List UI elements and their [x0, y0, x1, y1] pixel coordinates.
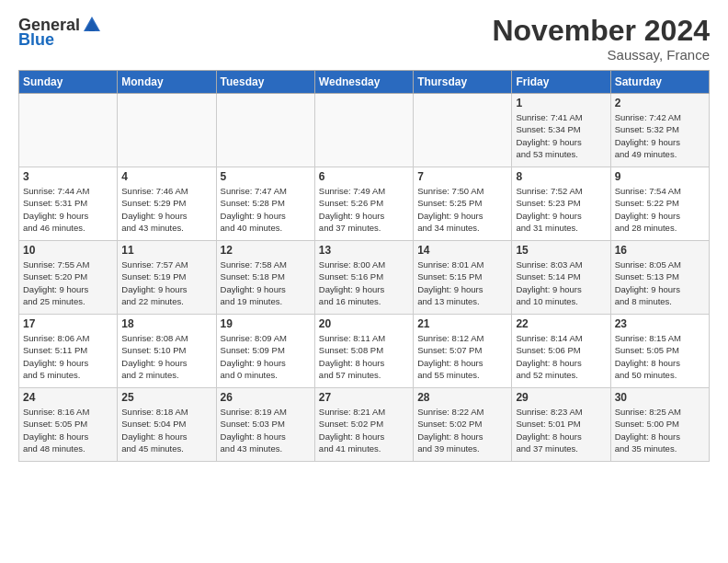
day-info: Sunrise: 8:12 AMSunset: 5:07 PMDaylight:…	[417, 332, 507, 381]
logo-blue: Blue	[18, 31, 54, 48]
calendar-cell: 24Sunrise: 8:16 AMSunset: 5:05 PMDayligh…	[19, 388, 118, 462]
day-number: 4	[121, 170, 211, 183]
day-number: 25	[121, 391, 211, 404]
day-info: Sunrise: 8:11 AMSunset: 5:08 PMDaylight:…	[319, 332, 409, 381]
calendar-cell: 20Sunrise: 8:11 AMSunset: 5:08 PMDayligh…	[314, 315, 413, 388]
calendar-cell: 6Sunrise: 7:49 AMSunset: 5:26 PMDaylight…	[314, 167, 413, 241]
day-info: Sunrise: 8:22 AMSunset: 5:02 PMDaylight:…	[417, 406, 507, 454]
day-number: 1	[516, 97, 606, 109]
calendar-cell: 15Sunrise: 8:03 AMSunset: 5:14 PMDayligh…	[512, 241, 610, 315]
day-number: 18	[121, 317, 211, 330]
day-number: 2	[615, 97, 705, 109]
day-info: Sunrise: 8:01 AMSunset: 5:15 PMDaylight:…	[417, 259, 507, 307]
day-info: Sunrise: 7:47 AMSunset: 5:28 PMDaylight:…	[221, 185, 311, 234]
day-number: 21	[417, 317, 507, 330]
calendar-cell: 13Sunrise: 8:00 AMSunset: 5:16 PMDayligh…	[314, 241, 413, 315]
calendar-cell: 9Sunrise: 7:54 AMSunset: 5:22 PMDaylight…	[610, 167, 709, 241]
day-info: Sunrise: 8:18 AMSunset: 5:04 PMDaylight:…	[121, 406, 211, 454]
day-number: 7	[417, 170, 507, 183]
day-info: Sunrise: 8:25 AMSunset: 5:00 PMDaylight:…	[615, 406, 705, 454]
day-info: Sunrise: 7:44 AMSunset: 5:31 PMDaylight:…	[23, 185, 113, 234]
day-number: 17	[23, 317, 113, 330]
calendar-cell	[314, 94, 413, 167]
day-info: Sunrise: 8:16 AMSunset: 5:05 PMDaylight:…	[23, 406, 113, 454]
day-number: 9	[615, 170, 705, 183]
day-info: Sunrise: 7:49 AMSunset: 5:26 PMDaylight:…	[319, 185, 409, 234]
calendar-cell: 4Sunrise: 7:46 AMSunset: 5:29 PMDaylight…	[118, 167, 216, 241]
calendar-cell	[216, 94, 314, 167]
day-info: Sunrise: 8:23 AMSunset: 5:01 PMDaylight:…	[516, 406, 606, 454]
day-info: Sunrise: 8:06 AMSunset: 5:11 PMDaylight:…	[23, 332, 113, 381]
day-info: Sunrise: 7:52 AMSunset: 5:23 PMDaylight:…	[516, 185, 606, 234]
day-number: 28	[417, 391, 507, 404]
calendar-cell: 5Sunrise: 7:47 AMSunset: 5:28 PMDaylight…	[216, 167, 314, 241]
day-info: Sunrise: 8:15 AMSunset: 5:05 PMDaylight:…	[615, 332, 705, 381]
calendar-cell: 14Sunrise: 8:01 AMSunset: 5:15 PMDayligh…	[414, 241, 512, 315]
day-info: Sunrise: 8:03 AMSunset: 5:14 PMDaylight:…	[516, 259, 606, 307]
calendar-table: Sunday Monday Tuesday Wednesday Thursday…	[18, 70, 710, 462]
logo: General Blue	[18, 15, 102, 48]
day-info: Sunrise: 7:50 AMSunset: 5:25 PMDaylight:…	[417, 185, 507, 234]
calendar-cell: 27Sunrise: 8:21 AMSunset: 5:02 PMDayligh…	[314, 388, 413, 462]
location-subtitle: Saussay, France	[492, 47, 710, 63]
calendar-cell: 2Sunrise: 7:42 AMSunset: 5:32 PMDaylight…	[610, 94, 709, 167]
day-number: 23	[615, 317, 705, 330]
col-tuesday: Tuesday	[216, 71, 314, 94]
col-wednesday: Wednesday	[314, 71, 413, 94]
day-number: 16	[615, 244, 705, 257]
svg-rect-2	[89, 26, 95, 31]
calendar-week-3: 10Sunrise: 7:55 AMSunset: 5:20 PMDayligh…	[19, 241, 710, 315]
calendar-cell: 10Sunrise: 7:55 AMSunset: 5:20 PMDayligh…	[19, 241, 118, 315]
calendar-cell: 3Sunrise: 7:44 AMSunset: 5:31 PMDaylight…	[19, 167, 118, 241]
calendar-week-2: 3Sunrise: 7:44 AMSunset: 5:31 PMDaylight…	[19, 167, 710, 241]
day-number: 10	[23, 244, 113, 257]
calendar-cell: 17Sunrise: 8:06 AMSunset: 5:11 PMDayligh…	[19, 315, 118, 388]
day-number: 3	[23, 170, 113, 183]
day-number: 30	[615, 391, 705, 404]
day-info: Sunrise: 7:57 AMSunset: 5:19 PMDaylight:…	[121, 259, 211, 307]
calendar-week-5: 24Sunrise: 8:16 AMSunset: 5:05 PMDayligh…	[19, 388, 710, 462]
calendar-cell: 23Sunrise: 8:15 AMSunset: 5:05 PMDayligh…	[610, 315, 709, 388]
day-number: 20	[319, 317, 409, 330]
day-info: Sunrise: 7:55 AMSunset: 5:20 PMDaylight:…	[23, 259, 113, 307]
calendar-cell: 19Sunrise: 8:09 AMSunset: 5:09 PMDayligh…	[216, 315, 314, 388]
day-number: 26	[221, 391, 311, 404]
calendar-cell: 30Sunrise: 8:25 AMSunset: 5:00 PMDayligh…	[610, 388, 709, 462]
header-row: Sunday Monday Tuesday Wednesday Thursday…	[19, 71, 710, 94]
day-number: 13	[319, 244, 409, 257]
calendar-cell	[118, 94, 216, 167]
day-number: 14	[417, 244, 507, 257]
calendar-cell: 26Sunrise: 8:19 AMSunset: 5:03 PMDayligh…	[216, 388, 314, 462]
day-info: Sunrise: 7:54 AMSunset: 5:22 PMDaylight:…	[615, 185, 705, 234]
calendar-cell: 29Sunrise: 8:23 AMSunset: 5:01 PMDayligh…	[512, 388, 610, 462]
day-number: 15	[516, 244, 606, 257]
day-number: 27	[319, 391, 409, 404]
day-info: Sunrise: 8:21 AMSunset: 5:02 PMDaylight:…	[319, 406, 409, 454]
day-info: Sunrise: 7:58 AMSunset: 5:18 PMDaylight:…	[221, 259, 311, 307]
calendar-cell: 28Sunrise: 8:22 AMSunset: 5:02 PMDayligh…	[414, 388, 512, 462]
calendar-cell: 7Sunrise: 7:50 AMSunset: 5:25 PMDaylight…	[414, 167, 512, 241]
day-number: 22	[516, 317, 606, 330]
day-number: 6	[319, 170, 409, 183]
day-info: Sunrise: 8:09 AMSunset: 5:09 PMDaylight:…	[221, 332, 311, 381]
calendar-cell: 16Sunrise: 8:05 AMSunset: 5:13 PMDayligh…	[610, 241, 709, 315]
calendar-cell: 25Sunrise: 8:18 AMSunset: 5:04 PMDayligh…	[118, 388, 216, 462]
calendar-week-4: 17Sunrise: 8:06 AMSunset: 5:11 PMDayligh…	[19, 315, 710, 388]
day-info: Sunrise: 8:05 AMSunset: 5:13 PMDaylight:…	[615, 259, 705, 307]
day-number: 8	[516, 170, 606, 183]
calendar-cell: 12Sunrise: 7:58 AMSunset: 5:18 PMDayligh…	[216, 241, 314, 315]
day-info: Sunrise: 8:00 AMSunset: 5:16 PMDaylight:…	[319, 259, 409, 307]
day-info: Sunrise: 7:46 AMSunset: 5:29 PMDaylight:…	[121, 185, 211, 234]
day-number: 11	[121, 244, 211, 257]
col-monday: Monday	[118, 71, 216, 94]
day-number: 12	[221, 244, 311, 257]
calendar-cell: 18Sunrise: 8:08 AMSunset: 5:10 PMDayligh…	[118, 315, 216, 388]
day-info: Sunrise: 7:41 AMSunset: 5:34 PMDaylight:…	[516, 111, 606, 160]
calendar-cell: 21Sunrise: 8:12 AMSunset: 5:07 PMDayligh…	[414, 315, 512, 388]
col-saturday: Saturday	[610, 71, 709, 94]
calendar-cell	[19, 94, 118, 167]
day-number: 29	[516, 391, 606, 404]
day-number: 19	[221, 317, 311, 330]
calendar-cell: 8Sunrise: 7:52 AMSunset: 5:23 PMDaylight…	[512, 167, 610, 241]
logo-icon	[82, 15, 102, 35]
